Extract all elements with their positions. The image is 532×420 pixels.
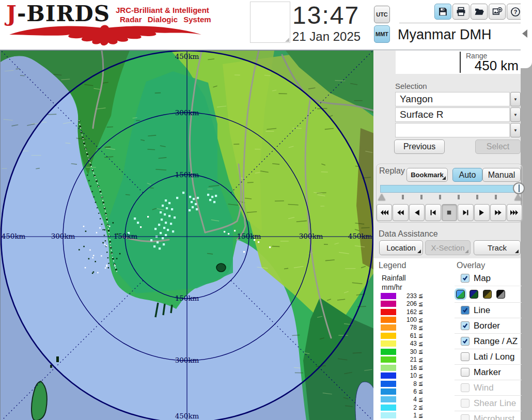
legend-color-swatch xyxy=(381,388,396,395)
save-icon[interactable] xyxy=(434,4,451,20)
legend-value: 10 xyxy=(399,372,417,379)
clock-time: 13:47 xyxy=(292,1,359,29)
legend-operator: ≦ xyxy=(418,308,423,315)
legend-row: 233≦ xyxy=(381,292,428,300)
legend-color-swatch xyxy=(381,340,396,347)
overlay-item-label: Lati / Long xyxy=(474,352,514,362)
overlay-label: Overlay xyxy=(457,261,485,270)
svg-text:450km: 450km xyxy=(175,52,199,60)
auto-button[interactable]: Auto xyxy=(452,168,482,182)
range-value: 450 km xyxy=(455,58,519,74)
unchecked-checkbox[interactable] xyxy=(461,368,470,377)
legend-color-swatch xyxy=(381,356,396,363)
legend-operator: ≦ xyxy=(418,356,423,363)
play-icon[interactable] xyxy=(474,204,490,221)
data-assistance-label: Data Assistance xyxy=(379,229,438,239)
overlay-row-shear-line: Shear Line xyxy=(455,395,522,411)
legend-row: 162≦ xyxy=(381,308,428,316)
legend-value: 233 xyxy=(399,292,417,300)
map-style-navy[interactable] xyxy=(470,290,478,299)
legend-title-line1: Rainfall xyxy=(382,273,406,283)
unchecked-checkbox[interactable] xyxy=(461,352,470,361)
svg-text:450km: 450km xyxy=(2,232,26,240)
rewind-icon[interactable] xyxy=(393,204,408,221)
print-icon[interactable] xyxy=(452,4,470,20)
stop-icon[interactable] xyxy=(442,204,457,221)
product-dropdown-arrow-icon[interactable]: ▼ xyxy=(510,107,521,122)
replay-label: Replay xyxy=(379,166,405,176)
svg-text:300km: 300km xyxy=(51,232,75,240)
step-back-icon[interactable] xyxy=(425,204,441,221)
legend-color-swatch xyxy=(381,349,396,355)
chevron-left-icon[interactable] xyxy=(522,29,527,38)
slider-tick xyxy=(439,195,441,199)
add-image-icon[interactable] xyxy=(489,4,506,20)
legend-value: 21 xyxy=(399,356,417,363)
checked-checkbox[interactable] xyxy=(461,337,470,346)
legend-color-swatch xyxy=(381,333,396,339)
overlay-row-line: Line xyxy=(455,302,522,318)
x-section-button[interactable]: X-Section xyxy=(425,240,471,255)
legend-title-line2: mm/hr xyxy=(382,283,406,292)
legend-operator: ≦ xyxy=(418,388,423,395)
legend-row: 100≦ xyxy=(381,316,428,323)
select-button[interactable]: Select xyxy=(475,139,521,154)
svg-text:150km: 150km xyxy=(175,294,199,302)
legend-row: 10≦ xyxy=(381,371,428,379)
gulf-island xyxy=(216,263,226,272)
reverse-play-icon[interactable] xyxy=(409,204,425,221)
checked-checkbox[interactable] xyxy=(461,274,470,283)
utc-button[interactable]: UTC xyxy=(374,6,390,23)
overlay-row-map: Map xyxy=(455,271,522,286)
fast-rewind-icon[interactable] xyxy=(377,204,392,221)
site-dropdown[interactable]: Yangon xyxy=(395,92,510,106)
overlay-item-label: Microburst xyxy=(474,414,514,420)
overlay-item-label: Range / AZ xyxy=(474,336,518,347)
slider-start-marker[interactable] xyxy=(378,194,385,200)
legend-row: 21≦ xyxy=(381,356,428,364)
bookmark-button[interactable]: Bookmark xyxy=(406,168,448,182)
overlay-row-border: Border xyxy=(455,318,522,333)
location-button[interactable]: Location xyxy=(379,240,423,255)
radar-map: 450km 300km 150km 150km 300km 450km 450k… xyxy=(0,50,374,420)
svg-text:300km: 300km xyxy=(299,232,323,240)
overlay-row-lati-long: Lati / Long xyxy=(455,349,522,364)
option-dropdown[interactable] xyxy=(395,123,510,137)
slider-tick xyxy=(420,195,423,199)
overlay-row-wind: Wind xyxy=(455,380,522,395)
legend-operator: ≦ xyxy=(418,348,423,355)
map-style-terrain[interactable] xyxy=(456,290,465,299)
product-dropdown[interactable]: Surface R xyxy=(395,107,510,122)
checked-checkbox[interactable] xyxy=(461,321,470,330)
legend-color-swatch xyxy=(381,317,396,323)
site-dropdown-arrow-icon[interactable]: ▼ xyxy=(510,92,521,106)
slider-end-marker[interactable] xyxy=(514,194,522,200)
legend-value: 78 xyxy=(399,324,417,331)
overlay-item-label: Marker xyxy=(474,367,501,378)
manual-button[interactable]: Manual xyxy=(482,168,521,182)
legend-value: 6 xyxy=(399,388,417,395)
skip-forward-icon[interactable] xyxy=(507,204,522,221)
mmt-button[interactable]: MMT xyxy=(374,25,390,43)
legend-color-swatch xyxy=(381,324,396,331)
legend-row: 6≦ xyxy=(381,387,428,395)
track-button[interactable]: Track xyxy=(474,240,521,255)
legend-row: 2≦ xyxy=(381,403,428,411)
step-forward-icon[interactable] xyxy=(458,204,473,221)
replay-slider-track[interactable] xyxy=(380,185,520,193)
overlay-item-label: Border xyxy=(474,321,500,331)
map-style-olive[interactable] xyxy=(483,290,492,299)
option-dropdown-arrow-icon[interactable]: ▼ xyxy=(510,123,521,137)
legend-color-swatch xyxy=(381,309,396,315)
resize-grip-icon[interactable] xyxy=(285,38,289,42)
fast-forward-icon[interactable] xyxy=(490,204,506,221)
replay-slider-thumb[interactable] xyxy=(513,182,525,194)
map-style-gray[interactable] xyxy=(496,290,505,299)
previous-button[interactable]: Previous xyxy=(394,139,445,154)
legend-row: 1≦ xyxy=(381,412,428,419)
open-folder-icon[interactable] xyxy=(471,4,488,20)
checked-checkbox[interactable] xyxy=(461,306,470,315)
legend-row: 4≦ xyxy=(381,396,428,403)
legend-operator: ≦ xyxy=(418,340,423,347)
legend-operator: ≦ xyxy=(418,412,423,419)
